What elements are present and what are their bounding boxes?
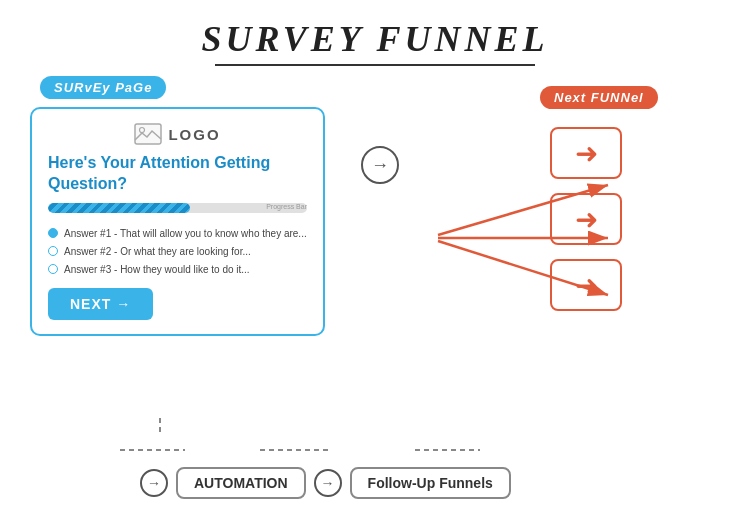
- progress-bar-fill: [48, 203, 190, 213]
- funnel-arrow-box-2[interactable]: ➜: [550, 193, 622, 245]
- answer-text-3: Answer #3 - How they would like to do it…: [64, 263, 250, 276]
- svg-rect-9: [135, 124, 161, 144]
- funnel-arrow-box-3[interactable]: ➜: [550, 259, 622, 311]
- page-title: SURVEY FUNNEL: [0, 0, 750, 60]
- survey-page-box: LOGO Here's Your Attention Getting Quest…: [30, 107, 325, 336]
- logo-icon: [134, 123, 162, 145]
- logo-text: LOGO: [168, 126, 220, 143]
- answer-text-1: Answer #1 - That will allow you to know …: [64, 227, 307, 240]
- radio-1[interactable]: [48, 228, 58, 238]
- funnel-arrow-2: ➜: [575, 203, 598, 236]
- radio-3[interactable]: [48, 264, 58, 274]
- next-funnel-label: Next FUNNel: [540, 86, 658, 109]
- follow-up-box: Follow-Up Funnels: [350, 467, 511, 499]
- bottom-row: → AUTOMATION → Follow-Up Funnels: [60, 467, 511, 499]
- radio-2[interactable]: [48, 246, 58, 256]
- progress-bar-container: Progress Bar: [48, 203, 307, 217]
- funnel-arrows: ➜ ➜ ➜: [550, 127, 622, 311]
- svg-point-10: [140, 128, 145, 133]
- survey-page-label: SURvEy PaGe: [40, 76, 166, 99]
- answer-text-2: Answer #2 - Or what they are looking for…: [64, 245, 251, 258]
- answer-item-3[interactable]: Answer #3 - How they would like to do it…: [48, 263, 307, 276]
- answer-list: Answer #1 - That will allow you to know …: [48, 227, 307, 276]
- bottom-circle-arrow-2: →: [314, 469, 342, 497]
- answer-item-2[interactable]: Answer #2 - Or what they are looking for…: [48, 245, 307, 258]
- logo-row: LOGO: [48, 123, 307, 145]
- middle-section: →: [340, 146, 420, 184]
- answer-item-1[interactable]: Answer #1 - That will allow you to know …: [48, 227, 307, 240]
- next-button[interactable]: NEXT →: [48, 288, 153, 320]
- funnel-arrow-3: ➜: [575, 269, 598, 302]
- attention-question: Here's Your Attention Getting Question?: [48, 153, 307, 195]
- progress-bar-label: Progress Bar: [266, 203, 307, 210]
- automation-box: AUTOMATION: [176, 467, 306, 499]
- bottom-circle-arrow-1: →: [140, 469, 168, 497]
- circle-arrow-icon: →: [361, 146, 399, 184]
- survey-section: SURvEy PaGe LOGO Here's Your Attention G…: [30, 76, 340, 336]
- funnel-arrow-1: ➜: [575, 137, 598, 170]
- right-section: Next FUNNel ➜ ➜ ➜: [420, 86, 700, 311]
- funnel-arrow-box-1[interactable]: ➜: [550, 127, 622, 179]
